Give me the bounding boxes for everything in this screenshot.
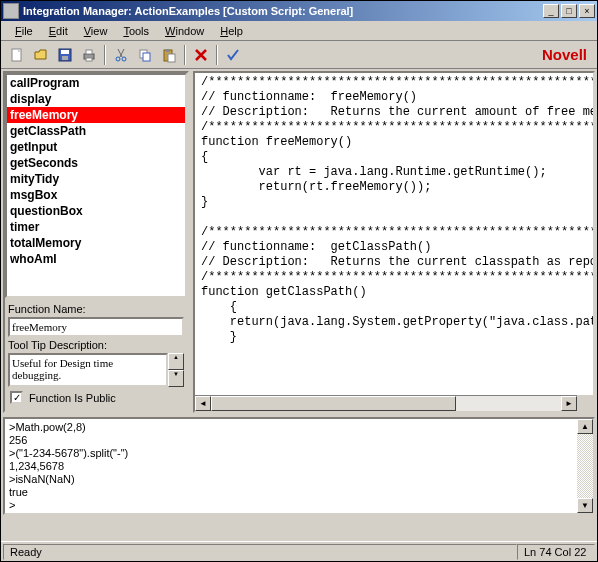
open-button[interactable] (30, 44, 52, 66)
minimize-button[interactable]: _ (543, 4, 559, 18)
status-message: Ready (3, 544, 517, 560)
scroll-track[interactable] (577, 434, 593, 498)
vertical-scrollbar[interactable]: ▲ ▼ (577, 419, 593, 513)
horizontal-scrollbar[interactable]: ◄ ► (195, 395, 577, 411)
menu-view[interactable]: View (76, 23, 116, 39)
cut-button[interactable] (110, 44, 132, 66)
scroll-right-icon[interactable]: ► (561, 396, 577, 411)
console-panel[interactable]: >Math.pow(2,8) 256 >("1-234-5678").split… (3, 417, 595, 515)
close-button[interactable]: × (579, 4, 595, 18)
function-item[interactable]: display (7, 91, 185, 107)
function-item[interactable]: totalMemory (7, 235, 185, 251)
brand-logo: Novell (542, 46, 587, 63)
scroll-thumb[interactable] (211, 396, 456, 411)
function-item[interactable]: mityTidy (7, 171, 185, 187)
function-item[interactable]: whoAmI (7, 251, 185, 267)
left-panel: callProgramdisplayfreeMemorygetClassPath… (3, 71, 189, 413)
function-name-input[interactable] (8, 317, 184, 337)
function-item[interactable]: getClassPath (7, 123, 185, 139)
status-position: Ln 74 Col 22 (517, 544, 595, 560)
svg-point-7 (116, 57, 120, 61)
menu-help[interactable]: Help (212, 23, 251, 39)
public-checkbox[interactable]: ✓ (10, 391, 23, 404)
function-item[interactable]: callProgram (7, 75, 185, 91)
tooltip-spinner: ▲ ▼ (168, 353, 184, 387)
save-button[interactable] (54, 44, 76, 66)
function-item[interactable]: freeMemory (7, 107, 185, 123)
toolbar: Novell (1, 41, 597, 69)
menu-file[interactable]: File (7, 23, 41, 39)
app-window: Integration Manager: ActionExamples [Cus… (0, 0, 598, 562)
new-button[interactable] (6, 44, 28, 66)
menu-tools[interactable]: Tools (115, 23, 157, 39)
public-checkbox-row: ✓ Function Is Public (8, 387, 184, 408)
svg-rect-10 (143, 53, 150, 61)
form-section: Function Name: Tool Tip Description: ▲ ▼… (5, 298, 187, 411)
function-item[interactable]: questionBox (7, 203, 185, 219)
menu-window[interactable]: Window (157, 23, 212, 39)
function-item[interactable]: timer (7, 219, 185, 235)
svg-rect-6 (86, 58, 92, 61)
toolbar-separator (216, 45, 218, 65)
function-list[interactable]: callProgramdisplayfreeMemorygetClassPath… (5, 73, 187, 298)
delete-button[interactable] (190, 44, 212, 66)
toolbar-separator (184, 45, 186, 65)
menubar: File Edit View Tools Window Help (1, 21, 597, 41)
scroll-corner (577, 395, 593, 411)
workspace: callProgramdisplayfreeMemorygetClassPath… (1, 69, 597, 541)
tooltip-label: Tool Tip Description: (8, 337, 184, 353)
function-item[interactable]: getSeconds (7, 155, 185, 171)
public-checkbox-label: Function Is Public (29, 392, 116, 404)
app-icon (3, 3, 19, 19)
copy-button[interactable] (134, 44, 156, 66)
maximize-button[interactable]: □ (561, 4, 577, 18)
scroll-track[interactable] (211, 396, 561, 411)
svg-rect-2 (61, 50, 69, 54)
paste-button[interactable] (158, 44, 180, 66)
code-content[interactable]: /***************************************… (195, 73, 593, 347)
tooltip-input[interactable] (8, 353, 168, 387)
statusbar: Ready Ln 74 Col 22 (1, 541, 597, 561)
print-button[interactable] (78, 44, 100, 66)
function-item[interactable]: msgBox (7, 187, 185, 203)
console-content[interactable]: >Math.pow(2,8) 256 >("1-234-5678").split… (5, 419, 593, 514)
check-button[interactable] (222, 44, 244, 66)
toolbar-separator (104, 45, 106, 65)
svg-rect-5 (86, 50, 92, 54)
scroll-left-icon[interactable]: ◄ (195, 396, 211, 411)
function-item[interactable]: getInput (7, 139, 185, 155)
titlebar: Integration Manager: ActionExamples [Cus… (1, 1, 597, 21)
code-editor[interactable]: /***************************************… (193, 71, 595, 413)
svg-rect-13 (168, 54, 175, 62)
window-controls: _ □ × (543, 4, 595, 18)
menu-edit[interactable]: Edit (41, 23, 76, 39)
svg-rect-3 (62, 56, 68, 60)
spinner-down-icon[interactable]: ▼ (168, 370, 184, 387)
function-name-label: Function Name: (8, 301, 184, 317)
spinner-up-icon[interactable]: ▲ (168, 353, 184, 370)
window-title: Integration Manager: ActionExamples [Cus… (23, 5, 543, 17)
svg-rect-12 (166, 49, 170, 52)
scroll-up-icon[interactable]: ▲ (577, 419, 593, 434)
svg-point-8 (122, 57, 126, 61)
upper-pane: callProgramdisplayfreeMemorygetClassPath… (1, 69, 597, 415)
scroll-down-icon[interactable]: ▼ (577, 498, 593, 513)
